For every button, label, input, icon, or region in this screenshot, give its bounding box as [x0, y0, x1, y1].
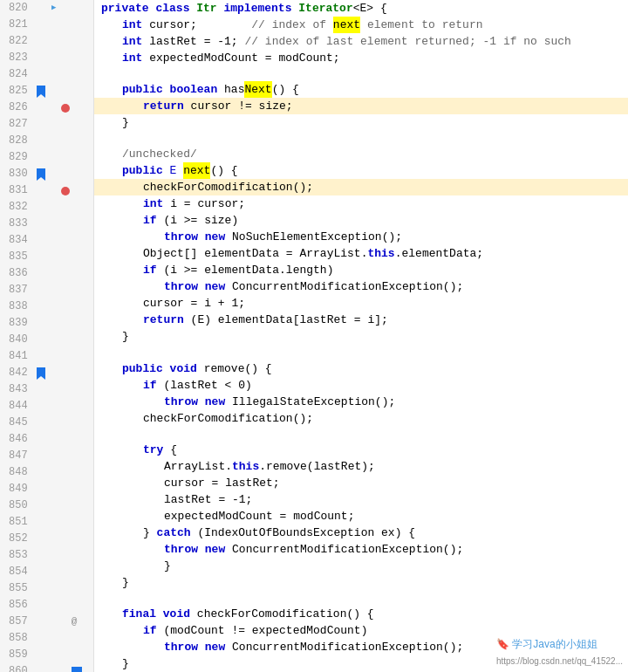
- gutter-icons: [33, 152, 93, 164]
- keyword-token: int: [122, 50, 149, 66]
- gutter-row: 851: [0, 514, 93, 531]
- code-line: if (lastRet < 0): [94, 377, 628, 394]
- bookmark-icon[interactable]: [35, 86, 47, 98]
- gutter-row: 820▶: [0, 0, 93, 17]
- gutter-row: 850: [0, 497, 93, 514]
- normal-token: checkForComodification();: [143, 410, 313, 427]
- gutter-icons: [33, 185, 93, 197]
- bookmark-icon[interactable]: [35, 168, 47, 181]
- normal-token: }: [122, 655, 129, 672]
- line-number: 850: [0, 497, 33, 514]
- keyword-token: new: [205, 229, 232, 245]
- gutter-row: 840: [0, 332, 93, 348]
- line-number: 845: [0, 415, 33, 431]
- line-number: 838: [0, 298, 33, 315]
- line-arrow-icon: [49, 302, 59, 312]
- line-number: 827: [0, 116, 33, 133]
- code-line: try {: [94, 442, 628, 458]
- gutter-row: 828: [0, 133, 93, 149]
- line-number: 860: [0, 663, 33, 672]
- line-arrow-icon: [49, 650, 59, 661]
- line-number: 823: [0, 50, 33, 66]
- highlighted-token: next: [183, 162, 210, 179]
- keyword-token: if: [143, 262, 163, 278]
- gutter-row: 829: [0, 149, 93, 166]
- line-number: 835: [0, 249, 33, 265]
- line-arrow-icon: [49, 269, 59, 279]
- normal-token: cursor != size;: [191, 98, 293, 114]
- line-number: 826: [0, 99, 33, 116]
- gutter-icons: [33, 86, 93, 98]
- code-line: [94, 131, 628, 146]
- gutter-row: 854: [0, 564, 93, 580]
- code-line: public E next() {: [94, 162, 628, 179]
- keyword-token: if: [143, 377, 163, 394]
- highlighted-token: Next: [244, 81, 271, 98]
- normal-token: IllegalStateException();: [232, 394, 395, 410]
- normal-token: expectedModCount = modCount;: [149, 50, 339, 66]
- code-line: Object[] elementData = ArrayList.this.el…: [94, 245, 628, 262]
- line-number: 832: [0, 199, 33, 216]
- line-arrow-icon: [49, 153, 59, 163]
- gutter-icons: [33, 666, 93, 673]
- gutter-row: 843: [0, 381, 93, 398]
- normal-token: <E> {: [353, 0, 387, 17]
- code-line: checkForComodification();: [94, 410, 628, 427]
- line-arrow-icon: [49, 252, 59, 263]
- line-number: 830: [0, 166, 33, 182]
- gutter-icons: [33, 384, 93, 396]
- gutter-icons: [33, 417, 93, 429]
- normal-token: cursor = i + 1;: [143, 295, 245, 312]
- gutter-row: 822: [0, 33, 93, 50]
- gutter-icons: @: [33, 614, 93, 630]
- line-number: 833: [0, 216, 33, 232]
- gutter-row: 824: [0, 66, 93, 83]
- bookmark-icon[interactable]: [35, 367, 47, 380]
- code-line: cursor = lastRet;: [94, 475, 628, 491]
- breakpoint-icon[interactable]: [61, 104, 70, 113]
- code-line: public void remove() {: [94, 360, 628, 377]
- gutter-row: 838: [0, 298, 93, 315]
- keyword-token: throw: [164, 229, 205, 245]
- normal-token: (E) elementData[lastRet = i];: [191, 312, 388, 328]
- gutter-icons: [33, 483, 93, 496]
- line-arrow-icon: [49, 186, 59, 196]
- line-arrow-icon: [49, 37, 59, 47]
- keyword-token: void: [163, 606, 197, 622]
- line-number: 844: [0, 398, 33, 415]
- line-arrow-icon: [49, 103, 59, 113]
- normal-token: {: [170, 442, 177, 458]
- line-number: 859: [0, 647, 33, 663]
- gutter-row: 853: [0, 547, 93, 564]
- normal-token: lastRet = -1;: [149, 33, 244, 50]
- comment-token: /unchecked/: [122, 146, 197, 162]
- line-number: 858: [0, 630, 33, 647]
- code-line: throw new ConcurrentModificationExceptio…: [94, 541, 628, 558]
- gutter-icons: [33, 135, 93, 147]
- gutter-row: 821: [0, 17, 93, 33]
- line-arrow-icon: [49, 501, 59, 511]
- line-arrow-icon: [49, 584, 59, 594]
- comment-token: // index of last element returned; -1 if…: [244, 33, 570, 50]
- gutter-icons: [33, 600, 93, 612]
- normal-token: checkForComodification();: [143, 179, 313, 195]
- gutter-icons: [33, 19, 93, 31]
- line-number: 851: [0, 514, 33, 531]
- code-line: [94, 66, 628, 81]
- gutter-icons: [33, 52, 93, 65]
- breakpoint-icon[interactable]: [61, 187, 70, 195]
- gutter-row: 833: [0, 216, 93, 232]
- gutter-icons: [33, 168, 93, 181]
- keyword-token: int: [122, 17, 149, 33]
- comment-token: // index of: [197, 17, 333, 33]
- line-arrow-icon: [49, 567, 59, 578]
- gutter-row: 830: [0, 166, 93, 182]
- code-editor: 820▶821822823824825826827828829830831832…: [0, 0, 628, 672]
- line-number: 821: [0, 17, 33, 33]
- code-line: int expectedModCount = modCount;: [94, 50, 628, 66]
- gutter-icons: [33, 102, 93, 114]
- normal-token: (IndexOutOfBoundsException ex) {: [197, 525, 415, 541]
- code-line: int cursor; // index of next element to …: [94, 17, 628, 33]
- gutter-row: 826: [0, 99, 93, 116]
- code-line: }: [94, 574, 628, 591]
